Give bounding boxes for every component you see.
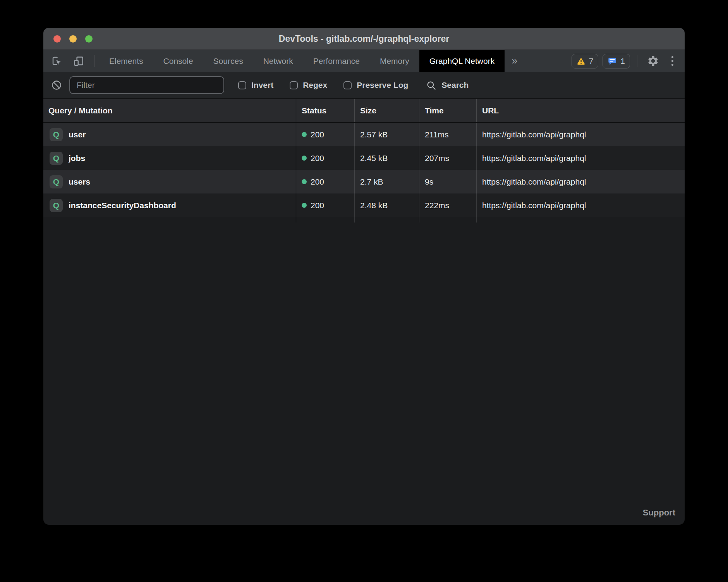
checkbox-box — [343, 81, 352, 89]
more-tabs-button[interactable]: » — [505, 50, 524, 72]
url-cell: https://gitlab.com/api/graphql — [477, 123, 685, 146]
table-row[interactable]: Q jobs 200 2.45 kB 207ms https://gitlab.… — [43, 146, 685, 170]
minimize-window-button[interactable] — [69, 35, 77, 43]
gear-icon — [647, 55, 659, 67]
status-code: 200 — [311, 130, 324, 139]
filter-toolbar: Invert Regex Preserve Log Search — [43, 72, 685, 99]
checkbox-box — [238, 81, 246, 89]
column-header-status[interactable]: Status — [296, 99, 355, 122]
regex-checkbox[interactable]: Regex — [290, 80, 327, 90]
status-ok-dot — [302, 132, 307, 137]
titlebar: DevTools - gitlab.com/-/graphql-explorer — [43, 28, 685, 50]
devtools-tabbar: Elements Console Sources Network Perform… — [43, 50, 685, 72]
tab-elements[interactable]: Elements — [99, 50, 153, 72]
column-header-url[interactable]: URL — [477, 99, 685, 122]
query-type-badge: Q — [50, 128, 63, 141]
table-row[interactable]: Q instanceSecurityDashboard 200 2.48 kB … — [43, 193, 685, 217]
query-type-badge: Q — [50, 175, 63, 188]
search-button[interactable]: Search — [426, 80, 469, 91]
query-type-badge: Q — [50, 199, 63, 212]
time-cell: 9s — [419, 170, 477, 193]
window-title: DevTools - gitlab.com/-/graphql-explorer — [43, 34, 685, 44]
inspect-element-button[interactable] — [43, 50, 68, 72]
column-divider-extension — [43, 217, 685, 223]
device-toolbar-icon — [73, 55, 84, 67]
table-header: Query / Mutation Status Size Time URL — [43, 99, 685, 123]
clear-requests-button[interactable] — [50, 80, 63, 91]
checkbox-box — [290, 81, 298, 89]
size-cell: 2.7 kB — [355, 170, 419, 193]
support-link[interactable]: Support — [643, 508, 675, 518]
preserve-log-checkbox[interactable]: Preserve Log — [343, 80, 408, 90]
table-row[interactable]: Q user 200 2.57 kB 211ms https://gitlab.… — [43, 123, 685, 146]
toolbar-separator — [637, 55, 637, 67]
status-ok-dot — [302, 156, 307, 161]
query-name: instanceSecurityDashboard — [69, 201, 176, 210]
url-cell: https://gitlab.com/api/graphql — [477, 146, 685, 170]
column-header-query[interactable]: Query / Mutation — [43, 99, 296, 122]
status-code: 200 — [311, 154, 324, 163]
inspect-cursor-icon — [51, 55, 63, 67]
column-header-time[interactable]: Time — [419, 99, 477, 122]
tab-performance[interactable]: Performance — [303, 50, 370, 72]
message-icon — [608, 56, 617, 66]
size-cell: 2.45 kB — [355, 146, 419, 170]
time-cell: 211ms — [419, 123, 477, 146]
checkbox-label: Preserve Log — [357, 80, 408, 90]
device-toolbar-button[interactable] — [68, 50, 89, 72]
time-cell: 207ms — [419, 146, 477, 170]
table-row[interactable]: Q users 200 2.7 kB 9s https://gitlab.com… — [43, 170, 685, 193]
menu-button[interactable] — [664, 50, 681, 72]
time-cell: 222ms — [419, 193, 477, 217]
zoom-window-button[interactable] — [85, 35, 93, 43]
message-count: 1 — [620, 56, 625, 66]
warning-icon — [577, 56, 585, 65]
query-type-badge: Q — [50, 152, 63, 165]
kebab-menu-icon — [669, 56, 676, 66]
warning-count: 7 — [589, 56, 594, 66]
status-ok-dot — [302, 203, 307, 208]
tab-console[interactable]: Console — [153, 50, 203, 72]
query-name: jobs — [69, 154, 85, 163]
url-cell: https://gitlab.com/api/graphql — [477, 193, 685, 217]
close-window-button[interactable] — [53, 35, 61, 43]
status-code: 200 — [311, 201, 324, 210]
checkbox-label: Regex — [303, 80, 327, 90]
settings-button[interactable] — [642, 50, 664, 72]
checkbox-label: Invert — [251, 80, 273, 90]
status-code: 200 — [311, 177, 324, 187]
column-header-size[interactable]: Size — [355, 99, 419, 122]
size-cell: 2.48 kB — [355, 193, 419, 217]
search-icon — [426, 80, 436, 91]
issues-button[interactable]: 1 — [603, 54, 630, 68]
tab-network[interactable]: Network — [253, 50, 303, 72]
invert-checkbox[interactable]: Invert — [238, 80, 273, 90]
traffic-lights — [43, 35, 93, 43]
requests-table: Query / Mutation Status Size Time URL Q … — [43, 99, 685, 223]
devtools-window: DevTools - gitlab.com/-/graphql-explorer… — [43, 28, 685, 525]
block-icon — [51, 80, 62, 91]
tab-sources[interactable]: Sources — [203, 50, 253, 72]
filter-input[interactable] — [69, 76, 224, 94]
search-label: Search — [441, 80, 469, 90]
tab-graphql-network[interactable]: GraphQL Network — [419, 50, 505, 72]
url-cell: https://gitlab.com/api/graphql — [477, 170, 685, 193]
warnings-button[interactable]: 7 — [572, 54, 599, 68]
query-name: users — [69, 177, 90, 187]
status-ok-dot — [302, 179, 307, 184]
query-name: user — [69, 130, 86, 139]
tab-memory[interactable]: Memory — [370, 50, 419, 72]
toolbar-separator — [94, 55, 94, 67]
size-cell: 2.57 kB — [355, 123, 419, 146]
